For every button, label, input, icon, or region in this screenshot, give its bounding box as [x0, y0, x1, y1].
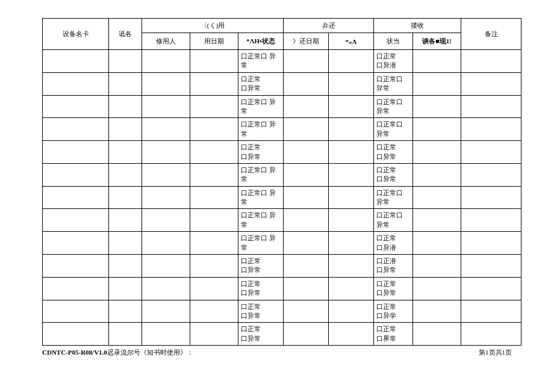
table-cell	[413, 141, 461, 164]
table-cell: 口正常口 异常	[374, 95, 413, 118]
table-cell	[142, 232, 190, 255]
table-cell	[43, 95, 109, 118]
footer: CDNTC-P05-R08/V1.0迟录流尔号《知书时使用》： 第1页共1页	[42, 348, 512, 357]
table-cell	[284, 163, 329, 186]
table-cell	[142, 209, 190, 232]
table-cell	[413, 95, 461, 118]
table-cell	[142, 50, 190, 73]
table-cell	[43, 255, 109, 278]
hdr-return-group: 弁还	[284, 19, 374, 33]
table-cell	[284, 186, 329, 209]
table-cell	[43, 232, 109, 255]
table-cell	[329, 186, 374, 209]
table-cell	[43, 323, 109, 346]
table-row: 口正常口 异常口正常口 异常	[43, 95, 521, 118]
table-cell	[190, 118, 238, 141]
table-cell	[461, 300, 521, 323]
table-cell	[461, 232, 521, 255]
equipment-log-table: 设备名卡 诋各 〈(く)用 弁还 搂收 备注 修用人 用日期 *ΛH•状态 》还…	[42, 18, 521, 346]
table-cell	[109, 323, 142, 346]
table-cell	[329, 277, 374, 300]
table-cell	[461, 255, 521, 278]
table-cell	[142, 323, 190, 346]
hdr-shige: 诋各	[109, 19, 142, 50]
table-cell	[142, 277, 190, 300]
table-row: 口正常口 异常口正常口异潜	[43, 50, 521, 73]
table-cell	[284, 72, 329, 95]
table-cell	[142, 255, 190, 278]
table-cell	[190, 50, 238, 73]
table-cell	[43, 141, 109, 164]
table-cell: 口正常口异潜	[374, 50, 413, 73]
table-cell	[461, 118, 521, 141]
table-cell	[190, 95, 238, 118]
table-cell	[461, 277, 521, 300]
table-cell: 口正常口异学	[374, 300, 413, 323]
table-cell	[142, 141, 190, 164]
hdr-finding: 谀各■现1!	[413, 33, 461, 50]
table-row: 口正常口 异常口正常口异常	[43, 163, 521, 186]
table-cell	[413, 50, 461, 73]
table-cell	[142, 300, 190, 323]
hdr-borrow-group: 〈(く)用	[142, 19, 284, 33]
table-cell: 口正常口异常	[238, 72, 284, 95]
table-cell	[190, 141, 238, 164]
table-cell	[43, 277, 109, 300]
table-cell	[190, 323, 238, 346]
table-cell: 口正常口 舁常	[374, 72, 413, 95]
table-cell	[43, 163, 109, 186]
table-cell	[413, 255, 461, 278]
table-cell	[413, 186, 461, 209]
table-cell	[109, 141, 142, 164]
hdr-a: *«A	[329, 33, 374, 50]
table-row: 口正常口异常口正常口 舁常	[43, 72, 521, 95]
table-cell: 口正常口 异常	[238, 209, 284, 232]
table-cell	[329, 118, 374, 141]
table-cell	[284, 209, 329, 232]
table-row: 口正常口 异常口正常口异潜	[43, 232, 521, 255]
table-cell: 口正常口异常	[374, 141, 413, 164]
table-cell	[109, 277, 142, 300]
hdr-status2: 状当	[374, 33, 413, 50]
table-cell	[413, 72, 461, 95]
hdr-device: 设备名卡	[43, 19, 109, 50]
table-cell	[284, 232, 329, 255]
hdr-status1: *ΛH•状态	[238, 33, 284, 50]
table-cell	[413, 323, 461, 346]
table-cell	[329, 50, 374, 73]
table-cell	[142, 163, 190, 186]
table-row: 口正常口异常口正常口界常	[43, 323, 521, 346]
table-cell	[329, 255, 374, 278]
table-cell: 口正常口 异常	[238, 232, 284, 255]
table-cell	[329, 95, 374, 118]
table-cell	[461, 141, 521, 164]
table-cell	[284, 255, 329, 278]
table-cell	[329, 141, 374, 164]
table-cell	[284, 141, 329, 164]
table-cell: 口正潜口异常	[374, 255, 413, 278]
table-cell	[329, 323, 374, 346]
table-cell	[413, 300, 461, 323]
table-cell	[413, 118, 461, 141]
table-row: 口正常口 异常口正常口 异常	[43, 209, 521, 232]
table-cell: 口正常口 异常	[374, 118, 413, 141]
table-row: 口正常口异常口正常口异学	[43, 300, 521, 323]
table-cell: 口正常口异常	[238, 277, 284, 300]
table-cell	[109, 209, 142, 232]
table-body: 口正常口 异常口正常口异潜口正常口异常口正常口 舁常口正常口 异常口正常口 异常…	[43, 50, 521, 346]
table-cell	[190, 255, 238, 278]
footer-page: 第1页共1页	[479, 348, 512, 357]
table-cell: 口正常口界常	[374, 323, 413, 346]
table-cell	[329, 300, 374, 323]
table-cell: 口正常口异常	[374, 163, 413, 186]
table-cell	[461, 186, 521, 209]
table-cell	[43, 186, 109, 209]
table-cell: 口正常口异常	[238, 255, 284, 278]
table-cell	[190, 186, 238, 209]
hdr-use-date: 用日期	[190, 33, 238, 50]
table-cell	[190, 163, 238, 186]
table-cell: 口正常口异常	[374, 277, 413, 300]
table-cell	[413, 163, 461, 186]
table-cell	[109, 50, 142, 73]
table-row: 口正常口异常口正常口异常	[43, 277, 521, 300]
